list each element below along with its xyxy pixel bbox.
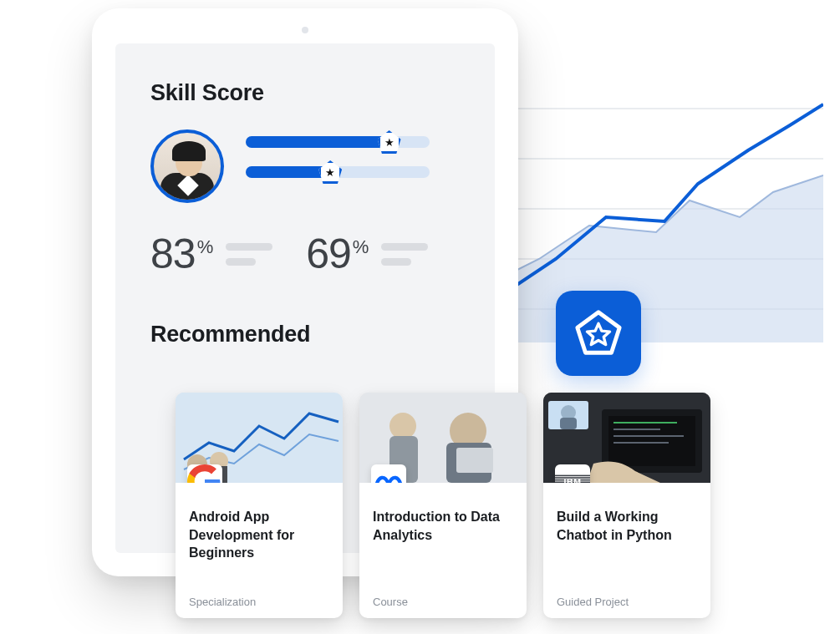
- percent-icon: %: [353, 238, 369, 256]
- svg-rect-27: [560, 418, 577, 429]
- user-avatar: [150, 129, 224, 203]
- course-title: Introduction to Data Analytics: [373, 508, 513, 544]
- skill-score-row: ★ ★: [150, 129, 460, 203]
- course-cover: [176, 393, 343, 483]
- star-badge-icon: [556, 291, 641, 376]
- svg-point-15: [389, 413, 416, 439]
- course-title: Build a Working Chatbot in Python: [557, 508, 697, 544]
- skill-slider-1[interactable]: ★: [246, 136, 430, 148]
- svg-marker-5: [578, 312, 619, 353]
- skill-sliders: ★ ★: [246, 136, 460, 196]
- course-card[interactable]: Meta Introduction to Data Analytics Cour…: [359, 393, 527, 618]
- course-cover: IBM: [543, 393, 710, 483]
- meta-logo-icon: Meta: [371, 464, 406, 483]
- svg-text:IBM: IBM: [564, 477, 582, 483]
- course-cover: Meta: [359, 393, 527, 483]
- stats-row: 83 % 69 %: [150, 233, 460, 275]
- course-type: Guided Project: [557, 596, 697, 608]
- stat-2-value: 69: [306, 233, 351, 275]
- stat-2: 69 %: [306, 233, 428, 275]
- google-logo-icon: [187, 464, 222, 483]
- course-type: Course: [373, 596, 513, 608]
- course-card[interactable]: IBM Build a Working Chatbot in Python Gu…: [543, 393, 710, 618]
- recommended-title: Recommended: [150, 322, 460, 347]
- course-card[interactable]: Android App Development for Beginners Sp…: [176, 393, 343, 618]
- stat-placeholder-lines: [226, 243, 272, 266]
- recommended-cards: Android App Development for Beginners Sp…: [176, 393, 710, 618]
- skill-slider-2[interactable]: ★: [246, 166, 430, 178]
- star-icon: ★: [318, 160, 342, 184]
- ibm-logo-icon: IBM: [555, 464, 590, 483]
- tablet-camera-dot: [302, 27, 308, 33]
- course-type: Specialization: [189, 596, 329, 608]
- percent-icon: %: [197, 238, 213, 256]
- course-title: Android App Development for Beginners: [189, 508, 329, 562]
- stat-1-value: 83: [150, 233, 196, 275]
- stat-1: 83 %: [150, 233, 272, 275]
- skill-score-title: Skill Score: [150, 80, 460, 106]
- svg-rect-28: [555, 475, 590, 477]
- star-icon: ★: [378, 130, 401, 154]
- svg-rect-14: [456, 448, 493, 473]
- stat-placeholder-lines: [381, 243, 428, 266]
